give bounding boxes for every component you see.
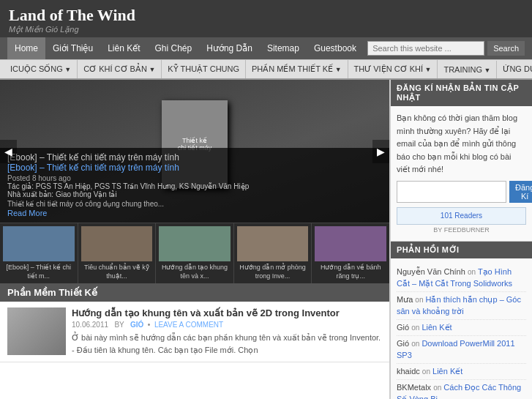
post-by-label: BY [114, 321, 124, 329]
subscribe-email-input[interactable] [397, 181, 506, 203]
cat-item[interactable]: CƠ KHÍ CƠ BẢN [78, 60, 162, 78]
section-heading: Phần Mềm Thiết Kế [0, 283, 389, 302]
post-author-link[interactable]: GIÓ [130, 321, 143, 329]
nav-item-home[interactable]: Home [7, 37, 45, 59]
list-item: Gió on Download PowerMill 2011 SP3 [397, 336, 526, 364]
slider-next-button[interactable]: ▶ [372, 140, 389, 163]
slide-desc: Thiết kế chi tiết máy có công dụng chung… [7, 200, 382, 208]
thumb-label: Hướng dẫn mở phòng trong Inve... [237, 264, 309, 280]
post-comment-link[interactable]: LEAVE A COMMENT [154, 321, 223, 329]
cat-item[interactable]: PHẦN MỀM THIẾT KẾ [246, 60, 348, 78]
list-item: Mưa on Hắn thích hắn chụp – Góc sân và k… [397, 292, 526, 320]
slide-read-more[interactable]: Read More [7, 209, 47, 217]
slide-main: Thiết kếchi tiết máy [Ebook] – Thiết kế … [0, 80, 389, 223]
list-item: Nguyễn Văn Chính on Tạo Hình Cắt – Mặt C… [397, 264, 526, 292]
main-wrap: ◀ Thiết kếchi tiết máy [Ebook] – Thiết k… [0, 80, 532, 399]
slide-caption-link[interactable]: [Ebook] – Thiết kế chi tiết máy trên máy… [7, 163, 179, 173]
nav-item-hướng-dẫn[interactable]: Hướng Dẫn [199, 37, 260, 59]
feedburner-sub: BY FEEDBURNER [397, 225, 526, 235]
thumb-item[interactable]: Tiêu chuẩn bản vẽ kỹ thuật... [78, 223, 157, 283]
slider-prev-button[interactable]: ◀ [0, 140, 17, 163]
subscribe-widget: ĐĂNG KÍ NHẬN BẢN TIN CẬP NHẬT Bạn không … [391, 80, 532, 242]
subscribe-body: Bạn không có thời gian thăm blog mình th… [391, 106, 532, 241]
search-button[interactable]: Search [487, 41, 525, 56]
nav-item-guestbook[interactable]: Guestbook [307, 37, 364, 59]
post-meta: 10.06.2011 BY GIÓ • LEAVE A COMMENT [72, 321, 382, 329]
cat-item[interactable]: THƯ VIỆN CƠ KHÍ [348, 60, 438, 78]
thumb-label: Hướng dẫn về bánh răng trụ... [315, 264, 386, 280]
site-subtitle: Một Miền Gió Lặng [9, 25, 523, 34]
site-header: Land of The Wind Một Miền Gió Lặng [0, 0, 532, 37]
nav-item-giới-thiệu[interactable]: Giới Thiệu [45, 37, 100, 59]
site-title: Land of The Wind [9, 6, 523, 25]
commenter: khaidc [397, 367, 420, 376]
commenter: Mưa [397, 295, 413, 304]
subscribe-input-row: Đăng Kí [397, 181, 526, 203]
post-item: Hướng dẫn tạo khung tên và xuất bản vẽ 2… [0, 302, 389, 362]
recent-list: Nguyễn Văn Chính on Tạo Hình Cắt – Mặt C… [397, 264, 526, 399]
cat-item[interactable]: TRAINING [438, 61, 497, 78]
thumb-item[interactable]: Hướng dẫn tạo khung tên và x... [156, 223, 234, 283]
cat-item[interactable]: ICUỘC SỐNG [4, 60, 78, 78]
sidebar: ĐĂNG KÍ NHẬN BẢN TIN CẬP NHẬT Bạn không … [389, 80, 532, 399]
cat-item[interactable]: ỨNG DỤNG [497, 60, 532, 78]
slide-caption-gray: [Ebook] – Thiết kế chi tiết máy trên máy… [7, 152, 382, 163]
post-content: Hướng dẫn tạo khung tên và xuất bản vẽ 2… [72, 307, 382, 356]
nav-item-ghi-chép[interactable]: Ghi Chép [148, 37, 200, 59]
subscribe-title: ĐĂNG KÍ NHẬN BẢN TIN CẬP NHẬT [391, 80, 532, 106]
post-thumbnail [7, 307, 66, 355]
slide-posted: Posted 8 hours ago [7, 174, 382, 182]
nav-menu: HomeGiới ThiệuLiên KếtGhi ChépHướng DẫnS… [7, 37, 364, 59]
commenter: Gió [397, 339, 409, 348]
search-area: Search [367, 41, 525, 56]
list-item: khaidc on Liên Kết [397, 364, 526, 380]
recent-link[interactable]: Liên Kết [432, 367, 462, 376]
content-area: ◀ Thiết kếchi tiết máy [Ebook] – Thiết k… [0, 80, 389, 399]
thumb-label: Hướng dẫn tạo khung tên và x... [159, 264, 231, 280]
nav-item-sitemap[interactable]: Sitemap [260, 37, 307, 59]
readers-count: 101 Readers [441, 212, 482, 220]
feedburner-badge: 101 Readers [397, 207, 526, 225]
commenter: Gió [397, 323, 409, 332]
list-item: BKMetalx on Cách Đọc Các Thông Số Vòng B… [397, 380, 526, 399]
slider: ◀ Thiết kếchi tiết máy [Ebook] – Thiết k… [0, 80, 389, 223]
thumb-item[interactable]: Hướng dẫn về bánh răng trụ... [312, 223, 389, 283]
recent-title: PHẢN HỒI MỚI [391, 242, 532, 258]
recent-body: Nguyễn Văn Chính on Tạo Hình Cắt – Mặt C… [391, 258, 532, 399]
category-bar: ICUỘC SỐNGCƠ KHÍ CƠ BẢNKỸ THUẬT CHUNGPHẦ… [0, 59, 532, 80]
post-date: 10.06.2011 [72, 321, 108, 329]
search-input[interactable] [367, 41, 484, 56]
slide-caption: [Ebook] – Thiết kế chi tiết máy trên máy… [0, 148, 389, 223]
thumb-img [237, 226, 309, 261]
post-thumb-placeholder [7, 307, 66, 355]
recent-link[interactable]: Liên Kết [422, 323, 452, 332]
thumb-label: [Ebook] – Thiết kế chi tiết m... [3, 264, 75, 280]
thumb-item[interactable]: [Ebook] – Thiết kế chi tiết m... [0, 223, 78, 283]
nav-bar: HomeGiới ThiệuLiên KếtGhi ChépHướng DẫnS… [0, 37, 532, 59]
subscribe-button[interactable]: Đăng Kí [509, 181, 532, 203]
cat-item[interactable]: KỸ THUẬT CHUNG [162, 60, 246, 78]
thumb-img [315, 226, 386, 261]
slide-publisher: Nhà xuất bản: Giao thông Vận tải [7, 190, 382, 198]
post-title[interactable]: Hướng dẫn tạo khung tên và xuất bản vẽ 2… [72, 307, 382, 318]
subscribe-text: Bạn không có thời gian thăm blog mình th… [397, 112, 526, 176]
thumb-img [3, 226, 75, 261]
thumb-img [159, 226, 231, 261]
list-item: Gió on Liên Kết [397, 320, 526, 336]
thumb-item[interactable]: Hướng dẫn mở phòng trong Inve... [234, 223, 312, 283]
commenter: Nguyễn Văn Chính [397, 267, 465, 276]
thumb-img [81, 226, 153, 261]
thumb-label: Tiêu chuẩn bản vẽ kỹ thuật... [81, 264, 153, 280]
nav-item-liên-kết[interactable]: Liên Kết [100, 37, 147, 59]
commenter: BKMetalx [397, 383, 431, 392]
recent-widget: PHẢN HỒI MỚI Nguyễn Văn Chính on Tạo Hìn… [391, 242, 532, 399]
post-excerpt: Ở bài này mình sẽ hướng dẫn các bạn phần… [72, 332, 382, 356]
slide-authors: Tác giả: PGS TS An Hiệp, PGS TS Trần Vĩn… [7, 182, 382, 190]
thumbnail-row: [Ebook] – Thiết kế chi tiết m...Tiêu chu… [0, 223, 389, 283]
